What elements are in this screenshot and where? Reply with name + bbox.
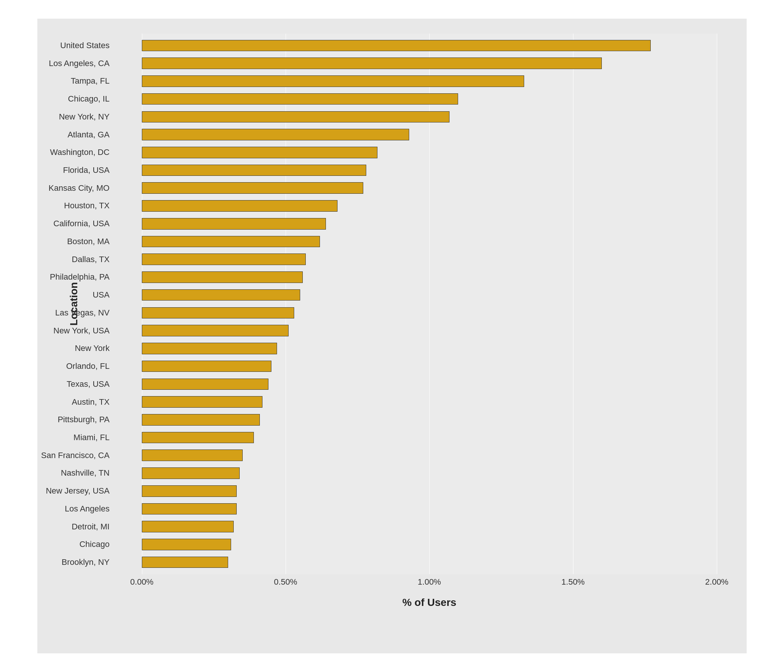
- bar: [142, 539, 231, 550]
- bar-row: [142, 90, 717, 108]
- y-label: Houston, TX: [41, 197, 113, 215]
- bar: [142, 289, 300, 301]
- y-label: USA: [41, 286, 113, 304]
- bar: [142, 236, 320, 247]
- bar: [142, 450, 243, 461]
- y-label: Chicago, IL: [41, 90, 113, 108]
- bar-row: [142, 482, 717, 500]
- y-label: Brooklyn, NY: [41, 553, 113, 571]
- y-label: United States: [41, 37, 113, 54]
- bar-row: [142, 197, 717, 215]
- bar: [142, 467, 240, 479]
- bar-row: [142, 126, 717, 144]
- x-tick: 1.00%: [418, 577, 441, 587]
- bar: [142, 325, 289, 336]
- bar: [142, 378, 268, 390]
- x-axis-title: % of Users: [142, 597, 717, 608]
- bar: [142, 200, 338, 212]
- bar-row: [142, 215, 717, 233]
- bar-row: [142, 464, 717, 482]
- y-label: Philadelphia, PA: [41, 268, 113, 286]
- y-label: Los Angeles: [41, 500, 113, 518]
- bar-row: [142, 446, 717, 464]
- y-label: Washington, DC: [41, 143, 113, 161]
- bar-row: [142, 268, 717, 286]
- y-label: Los Angeles, CA: [41, 54, 113, 72]
- bar-row: [142, 143, 717, 161]
- bar-row: [142, 233, 717, 250]
- bar-row: [142, 357, 717, 375]
- bar: [142, 111, 450, 123]
- bar: [142, 58, 602, 69]
- bar: [142, 182, 363, 194]
- x-tick: 2.00%: [705, 577, 728, 587]
- bar: [142, 147, 378, 158]
- bar-row: [142, 393, 717, 411]
- bar-row: [142, 72, 717, 90]
- bar: [142, 343, 277, 354]
- x-tick: 0.50%: [274, 577, 297, 587]
- y-label: Atlanta, GA: [41, 126, 113, 144]
- y-label: Detroit, MI: [41, 518, 113, 536]
- y-label: Chicago: [41, 536, 113, 554]
- y-label: Las Vegas, NV: [41, 304, 113, 322]
- bar: [142, 40, 651, 51]
- y-label: Florida, USA: [41, 161, 113, 179]
- bar: [142, 129, 409, 140]
- bar: [142, 254, 306, 265]
- bar: [142, 485, 237, 497]
- bar: [142, 75, 524, 87]
- bar: [142, 165, 366, 176]
- y-axis-labels: United StatesLos Angeles, CATampa, FLChi…: [41, 34, 113, 574]
- y-label: New York, NY: [41, 108, 113, 126]
- bar-row: [142, 536, 717, 554]
- bar-row: [142, 500, 717, 518]
- chart-area: Location United StatesLos Angeles, CATam…: [142, 34, 717, 574]
- bar: [142, 218, 326, 230]
- x-tick: 1.50%: [562, 577, 585, 587]
- y-label: Miami, FL: [41, 429, 113, 446]
- y-label: Pittsburgh, PA: [41, 411, 113, 429]
- bar-row: [142, 322, 717, 340]
- bar-row: [142, 161, 717, 179]
- bar: [142, 271, 303, 283]
- bar-row: [142, 108, 717, 126]
- y-label: Boston, MA: [41, 233, 113, 250]
- y-label: Kansas City, MO: [41, 179, 113, 197]
- bar-row: [142, 375, 717, 393]
- x-axis: 0.00%0.50%1.00%1.50%2.00%: [142, 577, 717, 592]
- bar-row: [142, 37, 717, 54]
- bar: [142, 432, 254, 443]
- y-label: Tampa, FL: [41, 72, 113, 90]
- y-label: Austin, TX: [41, 393, 113, 411]
- bar: [142, 557, 228, 568]
- bar-row: [142, 518, 717, 536]
- y-label: Dallas, TX: [41, 250, 113, 268]
- y-label: Orlando, FL: [41, 357, 113, 375]
- bar: [142, 361, 271, 372]
- bar-row: [142, 286, 717, 304]
- bar: [142, 521, 234, 532]
- bar-row: [142, 179, 717, 197]
- bar-row: [142, 411, 717, 429]
- bar-row: [142, 304, 717, 322]
- y-label: New Jersey, USA: [41, 482, 113, 500]
- y-label: Texas, USA: [41, 375, 113, 393]
- y-label: San Francisco, CA: [41, 446, 113, 464]
- bar-row: [142, 553, 717, 571]
- y-label: New York: [41, 339, 113, 357]
- y-label: Nashville, TN: [41, 464, 113, 482]
- chart-container: Location United StatesLos Angeles, CATam…: [37, 19, 747, 653]
- bar-row: [142, 429, 717, 446]
- bar: [142, 396, 263, 408]
- bar: [142, 307, 294, 319]
- y-label: California, USA: [41, 215, 113, 233]
- bar-row: [142, 339, 717, 357]
- y-label: New York, USA: [41, 322, 113, 340]
- grid-line: [717, 34, 717, 574]
- bar-row: [142, 250, 717, 268]
- bar: [142, 414, 260, 426]
- bars-wrapper: [142, 34, 717, 574]
- bar: [142, 93, 458, 105]
- x-tick: 0.00%: [130, 577, 154, 587]
